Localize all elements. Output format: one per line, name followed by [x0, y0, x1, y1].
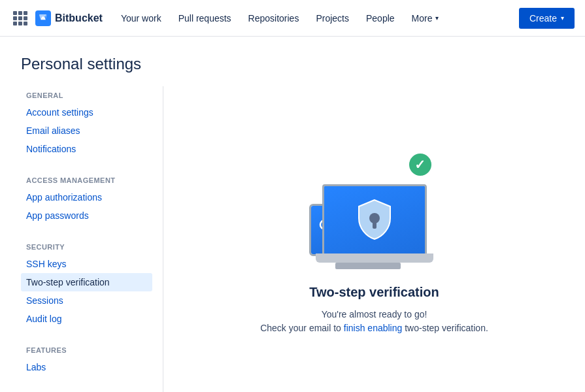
laptop-foot	[335, 263, 401, 269]
sidebar-item-account-settings[interactable]: Account settings	[21, 103, 152, 122]
nav-right: Create ▾	[519, 8, 575, 29]
sidebar-item-audit-log[interactable]: Audit log	[21, 310, 152, 328]
sidebar: GENERAL Account settings Email aliases N…	[0, 86, 163, 392]
verification-description: You're almost ready to go! Check your em…	[260, 308, 488, 335]
verification-title: Two-step verification	[309, 285, 439, 300]
svg-point-4	[369, 213, 380, 223]
sidebar-section-title-access: ACCESS MANAGEMENT	[21, 171, 152, 188]
apps-icon[interactable]	[10, 8, 30, 28]
shield-icon	[355, 197, 394, 243]
nav-repositories[interactable]: Repositories	[241, 8, 307, 29]
sidebar-section-general: GENERAL Account settings Email aliases N…	[21, 86, 152, 158]
page-container: Personal settings GENERAL Account settin…	[0, 37, 585, 392]
sidebar-section-title-general: GENERAL	[21, 86, 152, 103]
laptop-base	[316, 253, 433, 263]
create-button[interactable]: Create ▾	[519, 8, 575, 29]
sidebar-section-title-security: SECURITY	[21, 238, 152, 255]
nav-people[interactable]: People	[358, 8, 403, 29]
laptop-screen-inner	[324, 186, 425, 254]
sidebar-item-sessions[interactable]: Sessions	[21, 291, 152, 310]
logo[interactable]: Bitbucket	[35, 10, 103, 26]
nav-links: Your work Pull requests Repositories Pro…	[113, 8, 446, 29]
verification-box: ✓	[260, 152, 488, 335]
nav-your-work[interactable]: Your work	[113, 8, 169, 29]
svg-rect-5	[373, 222, 376, 229]
content-area: GENERAL Account settings Email aliases N…	[0, 86, 585, 392]
illustration: ✓	[303, 152, 446, 269]
page-header: Personal settings	[0, 37, 585, 86]
laptop-screen	[322, 184, 427, 256]
check-circle-icon: ✓	[407, 152, 433, 178]
finish-link[interactable]: finish enabling	[344, 323, 403, 333]
sidebar-section-title-features: FEATURES	[21, 341, 152, 358]
sidebar-item-app-passwords[interactable]: App passwords	[21, 206, 152, 225]
topnav: Bitbucket Your work Pull requests Reposi…	[0, 0, 585, 37]
chevron-down-icon: ▾	[561, 14, 564, 22]
page-title: Personal settings	[21, 55, 564, 73]
chevron-down-icon: ▾	[435, 14, 439, 22]
sidebar-section-features: FEATURES Labs	[21, 341, 152, 376]
sidebar-item-labs[interactable]: Labs	[21, 358, 152, 376]
sidebar-item-two-step[interactable]: Two-step verification	[21, 273, 152, 291]
sidebar-item-email-aliases[interactable]: Email aliases	[21, 122, 152, 140]
sidebar-section-access: ACCESS MANAGEMENT App authorizations App…	[21, 171, 152, 225]
sidebar-section-security: SECURITY SSH keys Two-step verification …	[21, 238, 152, 328]
sidebar-item-ssh-keys[interactable]: SSH keys	[21, 255, 152, 273]
sidebar-item-app-authorizations[interactable]: App authorizations	[21, 188, 152, 206]
nav-more[interactable]: More ▾	[404, 8, 446, 29]
logo-text: Bitbucket	[55, 12, 103, 24]
main-content: ✓	[163, 86, 585, 392]
nav-projects[interactable]: Projects	[308, 8, 357, 29]
sidebar-item-notifications[interactable]: Notifications	[21, 140, 152, 158]
logo-icon	[35, 10, 51, 26]
nav-pull-requests[interactable]: Pull requests	[171, 8, 239, 29]
